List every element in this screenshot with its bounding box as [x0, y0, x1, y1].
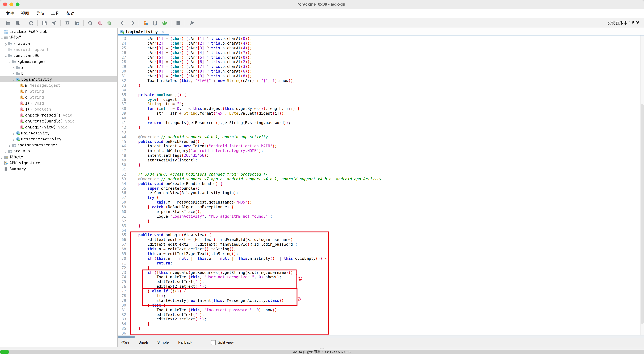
code-line-56: 56 setContentView(R.layout.activity_logi…: [118, 191, 644, 195]
line-number: 61: [118, 214, 129, 219]
chevron-closed-icon[interactable]: [0, 156, 3, 158]
file-tree[interactable]: crackme_0x09.apk源代码a.a.a.aandroid.suppor…: [0, 28, 118, 347]
add-file-icon: [14, 20, 20, 26]
line-number: 75: [118, 280, 129, 284]
vertical-scrollbar-thumb[interactable]: [641, 104, 644, 324]
menu-item-0[interactable]: 文件: [2, 9, 18, 18]
tree-item--[interactable]: 源代码: [0, 34, 117, 40]
back-button[interactable]: [118, 19, 127, 27]
tree-item-a[interactable]: a: [0, 64, 117, 70]
save-button[interactable]: [40, 19, 48, 27]
line-number: 53: [118, 177, 129, 181]
tree-item-j-[interactable]: mj()boolean: [0, 106, 117, 112]
title-bar[interactable]: *crackme_0x09 - jadx-gui: [0, 0, 644, 9]
tree-item-kgbmessenger[interactable]: kgbmessenger: [0, 58, 117, 64]
tree-item-org-a-a[interactable]: org.a.a: [0, 148, 117, 154]
search-text-button[interactable]: [96, 19, 104, 27]
tree-item-type: void: [58, 125, 68, 129]
tab-close-icon[interactable]: ×: [162, 30, 164, 34]
tree-item-android-support[interactable]: android.support: [0, 46, 117, 52]
code-view-tab-2[interactable]: Simple: [157, 340, 169, 345]
horizontal-scrollbar-thumb[interactable]: [118, 336, 135, 338]
tree-item-i-[interactable]: mi()void: [0, 100, 117, 106]
chevron-closed-icon[interactable]: [12, 138, 15, 140]
code-line-52: 52 /* JADX INFO: Access modifiers change…: [118, 172, 644, 177]
code-view-tab-3[interactable]: Fallback: [178, 340, 192, 345]
tree-item-oncreate-bundle-[interactable]: monCreate(Bundle)void: [0, 118, 117, 124]
chevron-closed-icon[interactable]: [8, 144, 11, 146]
tree-item-o[interactable]: foString: [0, 94, 117, 100]
tree-item-messengeractivity[interactable]: cMessengerActivity: [0, 136, 117, 142]
tree-item-onbackpressed-[interactable]: monBackPressed()void: [0, 112, 117, 118]
split-view-checkbox[interactable]: [211, 340, 216, 345]
chevron-closed-icon[interactable]: [12, 72, 15, 75]
open-folder-button[interactable]: [4, 19, 12, 27]
line-number: 70: [118, 256, 129, 261]
code-line-65: 65 public void onLogin(View view) {: [118, 233, 644, 238]
tree-item-loginactivity[interactable]: cLoginActivity: [0, 76, 117, 82]
folder-icon: [12, 59, 16, 64]
tree-item-b[interactable]: b: [0, 70, 117, 76]
export-button[interactable]: [50, 19, 58, 27]
deobfuscation-lock-button[interactable]: [142, 19, 150, 27]
line-number: 69: [118, 252, 129, 256]
line-number: 59: [118, 205, 129, 209]
horizontal-scrollbar: [118, 335, 644, 338]
debugger-bug-button[interactable]: [160, 19, 168, 27]
code-line-40: 40 }: [118, 116, 644, 121]
device-button[interactable]: [151, 19, 159, 27]
tree-item-a-a-a-a[interactable]: a.a.a.a: [0, 40, 117, 46]
line-number: 74: [118, 275, 129, 280]
tree-item-label: onLogin(View): [25, 125, 56, 129]
chevron-closed-icon[interactable]: [4, 150, 7, 152]
forward-button[interactable]: [128, 19, 136, 27]
line-number: 42: [118, 125, 129, 130]
chevron-open-icon[interactable]: [12, 78, 15, 81]
tree-item-onlogin-view-[interactable]: monLogin(View)void: [0, 124, 117, 130]
code-view-tab-1[interactable]: Smali: [138, 340, 148, 345]
tree-item--[interactable]: 资源文件: [0, 154, 117, 160]
menu-item-1[interactable]: 视图: [18, 9, 33, 18]
tree-item-summary[interactable]: Summary: [0, 166, 117, 172]
package-folder-button[interactable]: [73, 19, 81, 27]
refresh-button[interactable]: [27, 19, 35, 27]
tree-item-label: org.a.a: [13, 149, 30, 153]
folder-icon: [8, 47, 12, 52]
tree-item-mainactivity[interactable]: cMainActivity: [0, 130, 117, 136]
code-line-45: 45 public void onBackPressed() {: [118, 139, 644, 144]
log-viewer-button[interactable]: [174, 19, 182, 27]
menu-item-2[interactable]: 导航: [33, 9, 48, 18]
line-number: 66: [118, 238, 129, 242]
status-bar: JADX 内存使用率: 0.08 GB / 5.60 GB: [0, 350, 644, 354]
code-line-50: 50 }: [118, 163, 644, 168]
tree-item-apk-signature[interactable]: APK signature: [0, 160, 117, 166]
chevron-open-icon[interactable]: [4, 54, 7, 57]
tree-item-com-tlamb96[interactable]: com.tlamb96: [0, 52, 117, 58]
chevron-open-icon[interactable]: [0, 36, 3, 39]
add-file-button[interactable]: [13, 19, 22, 27]
bottom-splitter[interactable]: [0, 347, 644, 350]
tree-item-label: n: [25, 89, 28, 94]
horizontal-arrows-button[interactable]: [63, 19, 72, 27]
menu-item-4[interactable]: 帮助: [63, 9, 78, 18]
code-editor[interactable]: 23 cArr[1] = (char) (cArr[1] ^ this.o.ch…: [118, 35, 644, 335]
field-icon: f: [20, 83, 24, 87]
chevron-closed-icon[interactable]: [4, 42, 7, 45]
chevron-closed-icon[interactable]: [12, 132, 15, 135]
tree-item-crackme-0x09-apk[interactable]: crackme_0x09.apk: [0, 28, 117, 34]
tree-item-spetsnazmessenger[interactable]: spetsnazmessenger: [0, 142, 117, 148]
forward-icon: [130, 20, 135, 26]
tree-item-m[interactable]: fmMessageDigest: [0, 82, 117, 88]
search-button[interactable]: [86, 19, 94, 27]
chevron-open-icon[interactable]: [8, 60, 11, 63]
update-notice-link[interactable]: 发现新版本 1.5.0!: [607, 20, 641, 26]
tree-item-n[interactable]: fnString: [0, 88, 117, 94]
preferences-wrench-button[interactable]: [188, 19, 196, 27]
chevron-closed-icon[interactable]: [12, 66, 15, 69]
line-number: 38: [118, 107, 129, 111]
code-view-tab-0[interactable]: 代码: [122, 340, 129, 345]
search-class-button[interactable]: [105, 19, 113, 27]
menu-item-3[interactable]: 工具: [48, 9, 63, 18]
tree-indent: [4, 48, 7, 51]
line-number: 58: [118, 200, 129, 205]
